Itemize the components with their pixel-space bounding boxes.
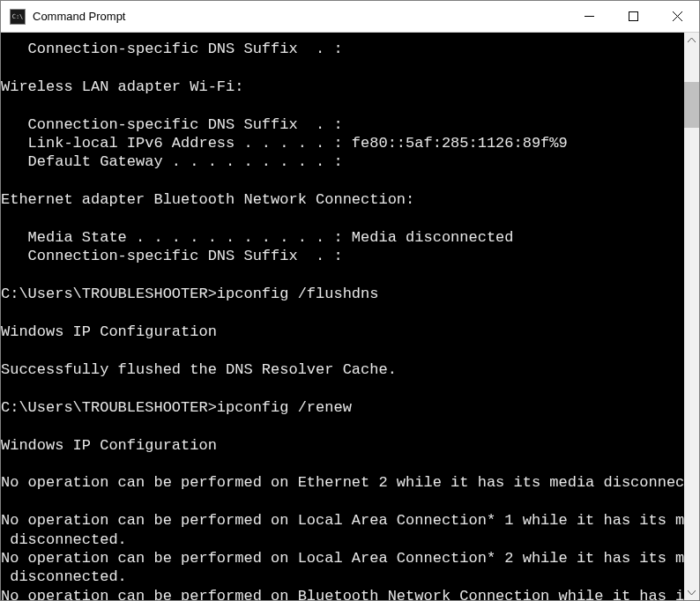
window-title: Command Prompt [33, 10, 125, 23]
terminal-output[interactable]: Connection-specific DNS Suffix . : Wirel… [1, 33, 684, 600]
maximize-icon [629, 11, 638, 21]
scroll-down-button[interactable] [684, 585, 699, 600]
titlebar[interactable]: Command Prompt [1, 1, 699, 33]
content-area: Connection-specific DNS Suffix . : Wirel… [1, 33, 699, 600]
app-icon [10, 9, 26, 25]
scroll-up-button[interactable] [684, 33, 699, 48]
close-icon [673, 11, 682, 21]
minimize-icon [585, 11, 594, 21]
chevron-up-icon [688, 38, 696, 42]
vertical-scrollbar[interactable] [684, 33, 699, 600]
scrollbar-thumb[interactable] [684, 82, 699, 128]
chevron-down-icon [688, 590, 696, 595]
close-button[interactable] [655, 1, 699, 33]
minimize-button[interactable] [567, 1, 611, 33]
svg-rect-1 [629, 12, 637, 21]
maximize-button[interactable] [611, 1, 655, 33]
